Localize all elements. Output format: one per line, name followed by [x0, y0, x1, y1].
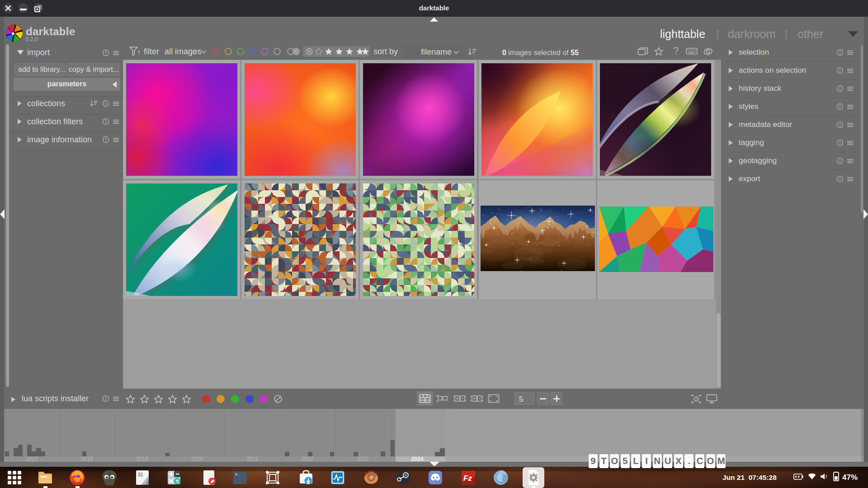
svg-text:31: 31 — [138, 472, 143, 477]
svg-text:Fz: Fz — [463, 474, 472, 483]
svg-text:$_: $_ — [235, 472, 240, 476]
